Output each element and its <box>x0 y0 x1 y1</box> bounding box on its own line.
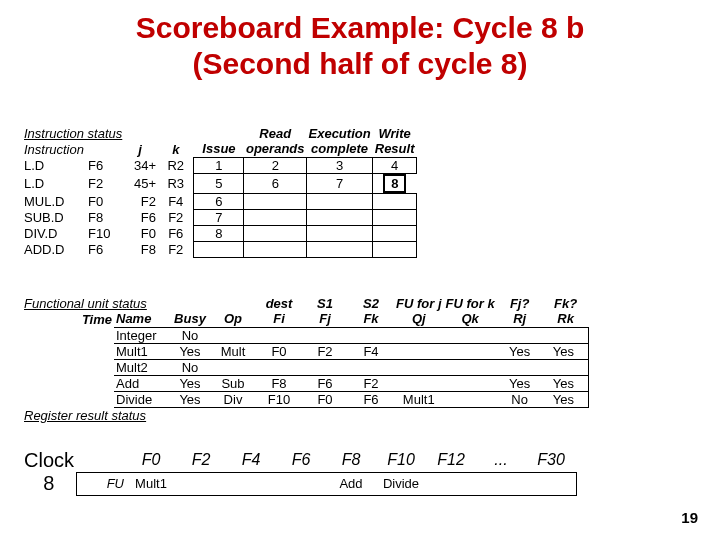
hdr-fuk: FU for k <box>444 295 497 311</box>
functional-unit-status-table: Functional unit status dest S1 S2 FU for… <box>22 295 589 423</box>
hdr-issue: Issue <box>194 141 244 157</box>
hdr-instruction: Instruction <box>22 141 86 157</box>
hdr-rk: Rk <box>543 311 589 327</box>
title-line-2: (Second half of cycle 8) <box>192 47 527 80</box>
register-header: F30 <box>526 449 576 472</box>
hdr-name: Name <box>114 311 170 327</box>
register-fu-cell <box>176 472 226 495</box>
register-result-status-table: Clock F0F2F4F6F8F10F12...F30 8 FU Mult1A… <box>22 449 577 496</box>
instruction-row: DIV.DF10F0F68 <box>22 225 417 241</box>
functional-unit-row: IntegerNo <box>22 327 589 343</box>
register-header: F4 <box>226 449 276 472</box>
instruction-row: ADD.DF6F8F2 <box>22 241 417 257</box>
hdr-fk: Fk <box>348 311 394 327</box>
hdr-write-top: Write <box>373 125 417 141</box>
hdr-s2: S2 <box>348 295 394 311</box>
instruction-row: MUL.DF0F2F46 <box>22 193 417 209</box>
functional-unit-row: Mult2No <box>22 359 589 375</box>
register-header: F10 <box>376 449 426 472</box>
hdr-rj: Rj <box>497 311 543 327</box>
slide-title: Scoreboard Example: Cycle 8 b (Second ha… <box>0 10 720 82</box>
hdr-time: Time <box>68 311 114 327</box>
hdr-fkq: Fk? <box>543 295 589 311</box>
hdr-op: Op <box>210 311 256 327</box>
register-fu-cell <box>476 472 526 495</box>
instruction-row: L.DF245+R35678 <box>22 173 417 193</box>
functional-unit-row: AddYesSubF8F6F2YesYes <box>22 375 589 391</box>
register-header: F6 <box>276 449 326 472</box>
register-header: F12 <box>426 449 476 472</box>
instruction-row: L.DF634+R21234 <box>22 157 417 173</box>
hdr-dest: dest <box>256 295 302 311</box>
register-fu-cell <box>426 472 476 495</box>
fus-label: Functional unit status <box>22 295 210 311</box>
register-header: ... <box>476 449 526 472</box>
instruction-row: SUB.DF8F6F27 <box>22 209 417 225</box>
hdr-fjq: Fj? <box>497 295 543 311</box>
scoreboard-sheet: Instruction status Read Execution Write … <box>22 125 417 258</box>
register-fu-cell: Add <box>326 472 376 495</box>
register-fu-cell <box>276 472 326 495</box>
hdr-read-bot: operands <box>244 141 307 157</box>
register-fu-cell <box>526 472 576 495</box>
register-result-status-label: Register result status <box>22 407 210 423</box>
hdr-s1: S1 <box>302 295 348 311</box>
register-header: F0 <box>126 449 176 472</box>
functional-unit-row: Mult1YesMultF0F2F4YesYes <box>22 343 589 359</box>
hdr-qk: Qk <box>444 311 497 327</box>
hdr-j: j <box>122 141 158 157</box>
page-number: 19 <box>681 509 698 526</box>
hdr-qj: Qj <box>394 311 444 327</box>
hdr-write-bot: Result <box>373 141 417 157</box>
hdr-read-top: Read <box>244 125 307 141</box>
fu-label: FU <box>76 472 126 495</box>
functional-unit-row: DivideYesDivF10F0F6Mult1NoYes <box>22 391 589 407</box>
clock-value: 8 <box>22 472 76 495</box>
register-header: F2 <box>176 449 226 472</box>
register-fu-cell: Mult1 <box>126 472 176 495</box>
register-fu-cell <box>226 472 276 495</box>
hdr-exec-top: Execution <box>307 125 373 141</box>
register-fu-cell: Divide <box>376 472 426 495</box>
clock-label: Clock <box>22 449 76 472</box>
hdr-fi: Fi <box>256 311 302 327</box>
instruction-status-label: Instruction status <box>22 125 194 141</box>
hdr-busy: Busy <box>170 311 210 327</box>
hdr-k: k <box>158 141 194 157</box>
hdr-fuj: FU for j <box>394 295 444 311</box>
register-header: F8 <box>326 449 376 472</box>
title-line-1: Scoreboard Example: Cycle 8 b <box>136 11 585 44</box>
hdr-exec-bot: complete <box>307 141 373 157</box>
hdr-fj: Fj <box>302 311 348 327</box>
instruction-status-table: Instruction status Read Execution Write … <box>22 125 417 258</box>
